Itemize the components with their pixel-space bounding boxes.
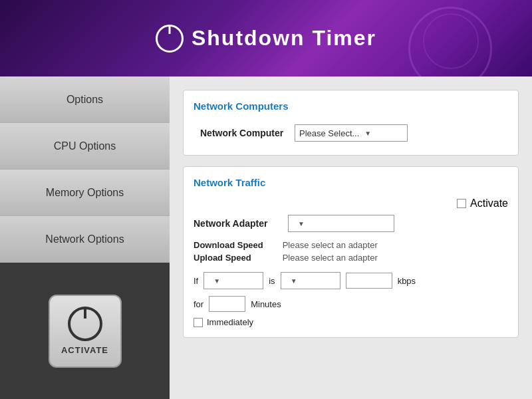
network-computers-title: Network Computers [194,100,508,112]
immediately-label: Immediately [207,317,253,327]
app-title: Shutdown Timer [192,26,376,51]
for-minutes-row: for Minutes [194,296,508,312]
activate-checkbox[interactable] [457,199,466,208]
sidebar-item-memory-options[interactable]: Memory Options [0,170,170,216]
kbps-input[interactable] [346,273,392,289]
activate-power-icon [68,307,102,341]
if-dropdown-arrow: ▼ [213,277,220,285]
download-speed-label: Download Speed [194,240,280,250]
network-computer-row: Network Computer Please Select... ▼ [194,121,508,145]
network-computer-label: Network Computer [200,128,287,138]
content-area: Network Computers Network Computer Pleas… [170,76,532,399]
network-computer-dropdown-arrow: ▼ [364,130,371,137]
kbps-label: kbps [398,276,416,286]
network-computer-dropdown[interactable]: Please Select... ▼ [295,124,408,142]
minutes-input[interactable] [209,296,245,312]
download-speed-value: Please select an adapter [283,240,378,250]
sidebar-bottom: ACTIVATE [0,263,170,399]
if-dropdown[interactable]: ▼ [203,272,263,289]
if-condition-row: If ▼ is ▼ kbps [194,272,508,289]
minutes-label: Minutes [251,299,281,309]
activate-button[interactable]: ACTIVATE [49,295,122,368]
adapter-dropdown-arrow: ▼ [298,220,305,227]
upload-speed-row: Upload Speed Please select an adapter [194,253,508,263]
upload-speed-value: Please select an adapter [283,253,378,263]
immediately-row: Immediately [194,317,508,327]
network-adapter-row: Network Adapter ▼ [194,215,508,232]
activate-checkbox-label: Activate [470,198,508,209]
for-label: for [194,299,203,309]
is-dropdown[interactable]: ▼ [281,272,340,289]
network-computers-section: Network Computers Network Computer Pleas… [183,90,519,156]
if-label: If [194,276,198,286]
sidebar-item-cpu-options[interactable]: CPU Options [0,123,170,170]
network-traffic-title: Network Traffic [194,177,508,188]
activate-label: ACTIVATE [61,345,108,355]
main-layout: Options CPU Options Memory Options Netwo… [0,76,532,399]
network-adapter-dropdown[interactable]: ▼ [288,215,394,232]
sidebar-item-network-options[interactable]: Network Options [0,216,170,263]
upload-speed-label: Upload Speed [194,253,280,263]
sidebar-item-options[interactable]: Options [0,76,170,123]
network-computer-dropdown-value: Please Select... [299,128,359,138]
network-adapter-label: Network Adapter [194,218,280,229]
download-speed-row: Download Speed Please select an adapter [194,240,508,250]
network-traffic-section: Network Traffic Activate Network Adapter… [183,166,519,338]
immediately-checkbox[interactable] [194,318,203,327]
power-icon [156,25,184,53]
activate-checkbox-row: Activate [194,198,508,209]
app-header: Shutdown Timer [0,0,532,76]
header-title-group: Shutdown Timer [156,25,376,53]
sidebar: Options CPU Options Memory Options Netwo… [0,76,170,399]
is-dropdown-arrow: ▼ [291,277,297,285]
is-label: is [269,276,275,286]
